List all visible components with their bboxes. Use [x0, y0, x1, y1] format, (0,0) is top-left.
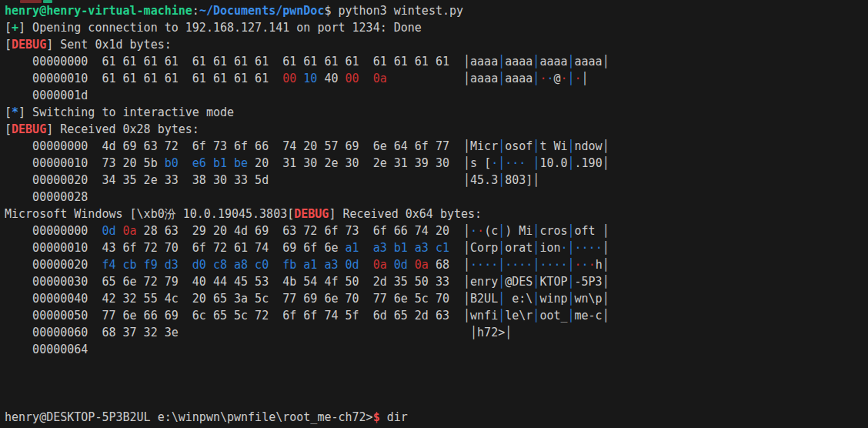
terminal-line: [+] Opening connection to 192.168.127.14… [5, 19, 868, 36]
terminal-line: 00000040 42 32 55 4c 20 65 3a 5c 77 69 6… [5, 290, 868, 307]
terminal-line: 00000000 61 61 61 61 61 61 61 61 61 61 6… [5, 53, 868, 70]
terminal-line [5, 392, 868, 409]
terminal-line: 00000020 34 35 2e 33 38 30 33 5d │45.3│8… [5, 172, 868, 189]
terminal-line: 00000028 [5, 189, 868, 206]
terminal-line: 00000064 [5, 341, 868, 358]
terminal-line [5, 358, 868, 375]
terminal-line: 00000030 65 6e 72 79 40 44 45 53 4b 54 4… [5, 273, 868, 290]
terminal-output[interactable]: henry@henry-virtual-machine:~/Documents/… [5, 2, 868, 426]
terminal-line: [DEBUG] Received 0x28 bytes: [5, 121, 868, 138]
terminal-line: 00000010 73 20 5b b0 e6 b1 be 20 31 30 2… [5, 155, 868, 172]
terminal-line: 00000000 4d 69 63 72 6f 73 6f 66 74 20 5… [5, 138, 868, 155]
terminal-line: 00000060 68 37 32 3e │h72>│ [5, 324, 868, 341]
terminal-line: henry@DESKTOP-5P3B2UL e:\winpwn\pwnfile\… [5, 409, 868, 426]
terminal-line: 00000010 43 6f 72 70 6f 72 61 74 69 6f 6… [5, 239, 868, 256]
terminal-line: 00000010 61 61 61 61 61 61 61 61 00 10 4… [5, 70, 868, 87]
terminal-line: 00000050 77 6e 66 69 6c 65 5c 72 6f 6f 7… [5, 307, 868, 324]
terminal-line: 0000001d [5, 87, 868, 104]
terminal-line [5, 375, 868, 392]
terminal-line: 00000000 0d 0a 28 63 29 20 4d 69 63 72 6… [5, 222, 868, 239]
terminal-line: 00000020 f4 cb f9 d3 d0 c8 a8 c0 fb a1 a… [5, 256, 868, 273]
terminal-line: [DEBUG] Sent 0x1d bytes: [5, 36, 868, 53]
terminal-line: henry@henry-virtual-machine:~/Documents/… [5, 2, 868, 19]
terminal-line: Microsoft Windows [\xb0汾 10.0.19045.3803… [5, 206, 868, 222]
terminal-line: [*] Switching to interactive mode [5, 104, 868, 121]
